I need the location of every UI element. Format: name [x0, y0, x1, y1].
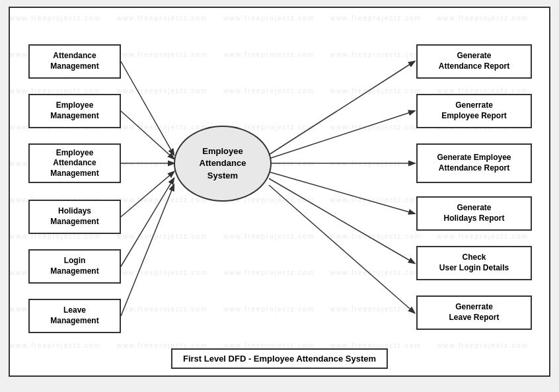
svg-line-11 — [269, 185, 414, 313]
svg-line-1 — [121, 111, 174, 159]
svg-line-4 — [121, 178, 174, 266]
svg-line-9 — [269, 172, 414, 214]
svg-line-5 — [121, 185, 174, 316]
box-generate-attendance-report: GenerateAttendance Report — [416, 44, 532, 79]
box-login-management: LoginManagement — [28, 249, 121, 284]
diagram-container: www.freeprojectz.com www.freeprojectz.co… — [9, 7, 550, 377]
box-leave-management: LeaveManagement — [28, 299, 121, 333]
center-system-ellipse: EmployeeAttendanceSystem — [174, 126, 272, 202]
box-check-user-login-details: CheckUser Login Details — [416, 246, 532, 280]
svg-line-7 — [269, 111, 414, 159]
svg-line-10 — [269, 178, 414, 263]
box-employee-attendance-management: EmployeeAttendanceManagement — [28, 143, 121, 183]
diagram-caption: First Level DFD - Employee Attendance Sy… — [171, 348, 388, 369]
box-holidays-management: HolidaysManagement — [28, 200, 121, 234]
box-attendance-management: Attendance Management — [28, 44, 121, 79]
svg-line-6 — [269, 61, 414, 155]
box-generate-leave-report: GenerrateLeave Report — [416, 295, 532, 330]
svg-line-0 — [121, 61, 174, 155]
box-generate-employee-attendance-report: Generate EmployeeAttendance Report — [416, 143, 532, 183]
box-employee-management: EmployeeManagement — [28, 94, 121, 128]
box-generate-employee-report: GenerrateEmployee Report — [416, 94, 532, 128]
box-generate-holidays-report: GenerateHolidays Report — [416, 196, 532, 231]
svg-line-3 — [121, 172, 174, 217]
